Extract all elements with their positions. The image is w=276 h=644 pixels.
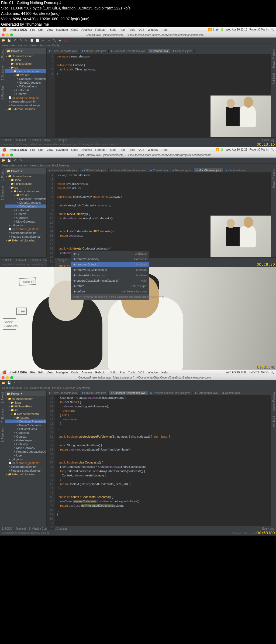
editor-tab[interactable]: CodecastPresentation.java: [109, 391, 148, 395]
project-tree[interactable]: ▸ 📁cleancoderscom▸ 📁.idea▸ 📁FitNesseRoot…: [5, 396, 46, 477]
wifi-icon[interactable]: 📶: [215, 148, 219, 151]
tree-item[interactable]: ▸ 📁cleancoderscom: [5, 174, 46, 178]
tree-item[interactable]: ● Gateway: [5, 216, 46, 220]
tree-item[interactable]: ▸ 📁External Libraries: [5, 238, 46, 242]
tree-item[interactable]: ● MockGateway: [5, 220, 46, 223]
tree-item[interactable]: ▸ 📁fixtures: [5, 193, 46, 197]
undo-icon[interactable]: ↶: [12, 38, 17, 43]
tree-item[interactable]: ● GivenCodecasts: [5, 201, 46, 205]
tree-item[interactable]: ● .gitignore: [5, 457, 46, 461]
menu-run[interactable]: Run: [119, 371, 125, 374]
editor-tab[interactable]: GivenCodecasts.java: [47, 391, 80, 395]
menu-view[interactable]: View: [47, 28, 53, 31]
menu-view[interactable]: View: [47, 148, 53, 151]
build-icon[interactable]: 🔨: [52, 38, 57, 43]
tree-item[interactable]: ● .gitignore: [5, 223, 46, 227]
editor-tab[interactable]: Codecast.java: [223, 168, 248, 172]
app-name[interactable]: IntelliJ IDEA: [10, 28, 27, 31]
menu-vcs[interactable]: VCS: [138, 28, 144, 31]
tree-item[interactable]: 📄acceptance_tests.txt: [5, 227, 46, 231]
menu-file[interactable]: File: [30, 371, 35, 374]
tree-item[interactable]: ● fitnesse-standalone.jar: [5, 103, 46, 107]
tree-item[interactable]: ▸ 📁External Libraries: [5, 472, 46, 476]
breadcrumb[interactable]: cleancoderscom › src › cleancoderscom › …: [0, 163, 276, 168]
forward-icon[interactable]: →: [46, 38, 51, 43]
tree-item[interactable]: ● fitnesse-standalone.jar: [5, 469, 46, 472]
ant-tab[interactable]: Ant Build: [272, 416, 275, 427]
autocomplete-item[interactable]: ⊕ beforejunit before function: [71, 289, 149, 294]
project-tree[interactable]: ▸ 📁cleancoderscom▸ 📁.idea▸ 📁FitNesseRoot…: [5, 54, 46, 111]
editor-tab[interactable]: Gateway.java: [170, 168, 194, 172]
tree-item[interactable]: ● OfCodeCasts: [5, 205, 46, 208]
tree-item[interactable]: ▸ 📁cleancoderscom: [5, 69, 46, 73]
menu-run[interactable]: Run: [119, 28, 125, 31]
tree-item[interactable]: ▸ 📁FitNesseRoot: [5, 404, 46, 408]
menu-navigate[interactable]: Navigate: [56, 148, 68, 151]
redo-icon[interactable]: ↷: [18, 158, 23, 163]
save-icon[interactable]: 💾: [7, 158, 12, 163]
editor-content[interactable]: 2223242526272829303132333435363738394041…: [47, 395, 271, 530]
minimize-button[interactable]: [6, 154, 9, 156]
vcs-tab[interactable]: 9: Version Control: [29, 139, 50, 142]
menu-analyze[interactable]: Analyze: [81, 148, 92, 151]
editor-tab[interactable]: OfCodeCasts.java: [80, 49, 109, 53]
autocomplete-item[interactable]: ⊕ remove(int index)Codecast: [71, 256, 149, 262]
terminal-tab[interactable]: Terminal: [16, 527, 26, 530]
menu-window[interactable]: Window: [148, 371, 158, 374]
todo-tab[interactable]: 6: TODO: [2, 139, 12, 142]
menubar-datetime[interactable]: Wed Apr 16 12:15: [226, 28, 247, 31]
close-button[interactable]: [2, 376, 5, 379]
bluetooth-icon[interactable]: ᛒ: [213, 28, 215, 31]
open-icon[interactable]: 📂: [1, 158, 6, 163]
editor-tab[interactable]: Context.java: [148, 168, 170, 172]
menu-run[interactable]: Run: [119, 148, 125, 151]
favorites-tab[interactable]: 2: Favorites: [1, 86, 4, 100]
editor-tab[interactable]: OfCodeCasts.java: [80, 391, 109, 395]
menu-file[interactable]: File: [30, 28, 35, 31]
tree-item[interactable]: ● cleancoderscom.iml: [5, 465, 46, 469]
tree-item[interactable]: ● Codecast: [5, 88, 46, 92]
save-icon[interactable]: 💾: [7, 38, 12, 43]
menu-refactor[interactable]: Refactor: [95, 28, 106, 31]
editor-tab[interactable]: OfCodeCasts.java: [80, 168, 109, 172]
editor-tab[interactable]: Context.java: [148, 49, 170, 53]
menubar-user[interactable]: Robert C Martin: [249, 28, 268, 31]
tree-item[interactable]: ● User: [5, 454, 46, 457]
app-name[interactable]: IntelliJ IDEA: [10, 148, 27, 151]
menu-navigate[interactable]: Navigate: [56, 28, 68, 31]
autocomplete-item[interactable]: ⊕ reareEqual: [71, 251, 149, 256]
tree-item[interactable]: ● Codecast: [5, 431, 46, 435]
tree-item[interactable]: ● PresentCodecastUseCase: [5, 450, 46, 454]
project-tab[interactable]: 1: Project: [1, 49, 4, 61]
menu-refactor[interactable]: Refactor: [95, 371, 106, 374]
tree-item[interactable]: ▸ 📁cleancoderscom: [5, 412, 46, 416]
tree-item[interactable]: ● MockGateway: [5, 446, 46, 450]
menu-edit[interactable]: Edit: [38, 371, 43, 374]
editor-tab[interactable]: CodecastPresentation.java: [109, 49, 148, 53]
editor-tab[interactable]: CodecastPresentation.java: [109, 168, 148, 172]
apple-icon[interactable]: 🍎: [2, 370, 6, 374]
menu-vcs[interactable]: VCS: [138, 148, 144, 151]
breadcrumb[interactable]: cleancoderscom › src › cleancoderscom › …: [0, 43, 276, 48]
tree-item[interactable]: ● fitnesse-standalone.jar: [5, 235, 46, 238]
menubar-datetime[interactable]: Wed Apr 16 12:29: [226, 148, 247, 151]
open-icon[interactable]: 📂: [1, 38, 6, 43]
menu-tools[interactable]: Tools: [128, 371, 135, 374]
battery-icon[interactable]: 🔋: [220, 28, 224, 31]
autocomplete-item[interactable]: ⊕ retainAll(Collection c)boolean: [71, 272, 149, 278]
structure-tab[interactable]: 7: Structure: [1, 409, 4, 423]
wifi-icon[interactable]: 📶: [208, 28, 212, 31]
apple-icon[interactable]: 🍎: [2, 28, 6, 32]
editor-tab[interactable]: Context.java: [220, 391, 243, 395]
tree-item[interactable]: ● GivenCodecasts: [5, 423, 46, 427]
editor-tab[interactable]: PresentCodecastUseCase.java: [148, 391, 193, 395]
project-tab[interactable]: 1: Project: [1, 392, 4, 403]
tree-item[interactable]: ▸ 📁.idea: [5, 401, 46, 404]
zoom-button[interactable]: [10, 33, 13, 36]
tree-item[interactable]: ● cleancoderscom.iml: [5, 231, 46, 235]
menu-tools[interactable]: Tools: [128, 148, 135, 151]
redo-icon[interactable]: ↷: [18, 381, 23, 386]
tree-item[interactable]: ▸ 📁.idea: [5, 178, 46, 182]
menu-edit[interactable]: Edit: [38, 148, 43, 151]
maven-tab[interactable]: Maven Projects: [272, 392, 275, 411]
